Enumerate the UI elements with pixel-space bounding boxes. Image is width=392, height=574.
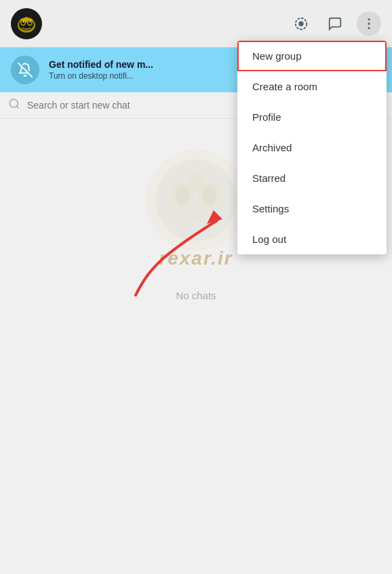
menu-item-starred[interactable]: Starred: [237, 163, 387, 193]
menu-item-create-room[interactable]: Create a room: [237, 71, 387, 102]
menu-item-archived[interactable]: Archived: [237, 132, 387, 163]
dropdown-menu: New group Create a room Profile Archived…: [237, 41, 387, 254]
page-wrapper: Get notified of new m... Turn on desktop…: [0, 0, 392, 574]
menu-item-profile[interactable]: Profile: [237, 102, 387, 132]
menu-item-settings[interactable]: Settings: [237, 193, 387, 224]
dropdown-overlay: New group Create a room Profile Archived…: [0, 0, 392, 574]
menu-item-new-group[interactable]: New group: [237, 41, 387, 71]
menu-item-logout[interactable]: Log out: [237, 224, 387, 254]
